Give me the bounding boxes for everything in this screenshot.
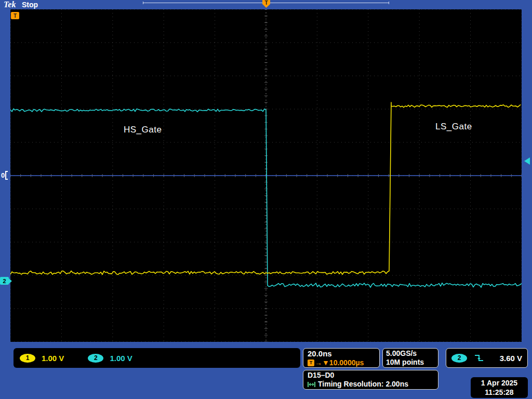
- ch2-scale-value: 1.00 V: [110, 354, 132, 363]
- timing-resolution-icon: [308, 381, 315, 388]
- tek-logo: Tek: [4, 0, 16, 9]
- date-value: 1 Apr 2025: [481, 378, 517, 388]
- channel-readout-bar: 1 1.00 V 2 1.00 V: [14, 348, 300, 368]
- ch2-ground-marker-arrow-icon: [9, 278, 12, 284]
- trigger-t-icon: T: [308, 360, 314, 366]
- horizontal-readout[interactable]: 20.0ns T →▼ 10.0000µs: [303, 348, 380, 368]
- trigger-position-marker[interactable]: T: [262, 0, 270, 8]
- ch1-badge[interactable]: 1: [20, 354, 35, 363]
- ch2-readout[interactable]: 2 1.00 V: [88, 354, 132, 363]
- sample-rate-value: 5.00GS/s: [386, 349, 435, 358]
- d0-bracket-icon: [5, 171, 8, 180]
- d0-marker-label: 0: [1, 171, 5, 179]
- time-value: 11:25:28: [485, 388, 513, 397]
- ch2-ground-marker[interactable]: 2: [0, 277, 12, 285]
- acquisition-status: Stop: [22, 1, 38, 9]
- digital-bus-label: D15–D0: [308, 371, 434, 380]
- record-view-right-tick: [389, 2, 389, 4]
- time-per-division: 20.0ns: [308, 349, 375, 358]
- record-length-value: 10M points: [386, 358, 435, 367]
- horiz-position-arrows-icon: →▼: [315, 358, 329, 367]
- trigger-level-arrow-icon[interactable]: [524, 157, 530, 165]
- acquisition-readout[interactable]: 5.00GS/s 10M points: [382, 348, 438, 368]
- trigger-source-badge[interactable]: 2: [451, 354, 467, 363]
- ch1-readout[interactable]: 1 1.00 V: [20, 354, 64, 363]
- waveform-display: [10, 9, 522, 342]
- falling-edge-slope-icon: [474, 354, 484, 362]
- trigger-source-marker[interactable]: T: [11, 12, 19, 19]
- timing-resolution-value: Timing Resolution: 2.00ns: [318, 380, 408, 389]
- ch2-badge[interactable]: 2: [88, 354, 103, 363]
- hs-gate-trace-label: HS_Gate: [124, 125, 162, 135]
- d0-channel-marker[interactable]: 0: [1, 171, 8, 180]
- datetime-readout: 1 Apr 2025 11:25:28: [471, 377, 528, 398]
- oscilloscope-screen: { "colors": { "bezel_blue": "#3254a8", "…: [0, 0, 532, 399]
- trigger-readout[interactable]: 2 3.60 V: [446, 348, 528, 368]
- graticule: HS_Gate LS_Gate: [10, 9, 522, 342]
- record-view-left-tick: [143, 2, 143, 4]
- trigger-level-value: 3.60 V: [500, 354, 522, 363]
- ch1-scale-value: 1.00 V: [42, 354, 64, 363]
- ch2-ground-marker-label: 2: [0, 277, 9, 285]
- horiz-position-value: 10.0000µs: [329, 358, 364, 367]
- ls-gate-trace-label: LS_Gate: [435, 122, 472, 132]
- digital-channels-readout[interactable]: D15–D0 Timing Resolution: 2.00ns: [303, 370, 438, 390]
